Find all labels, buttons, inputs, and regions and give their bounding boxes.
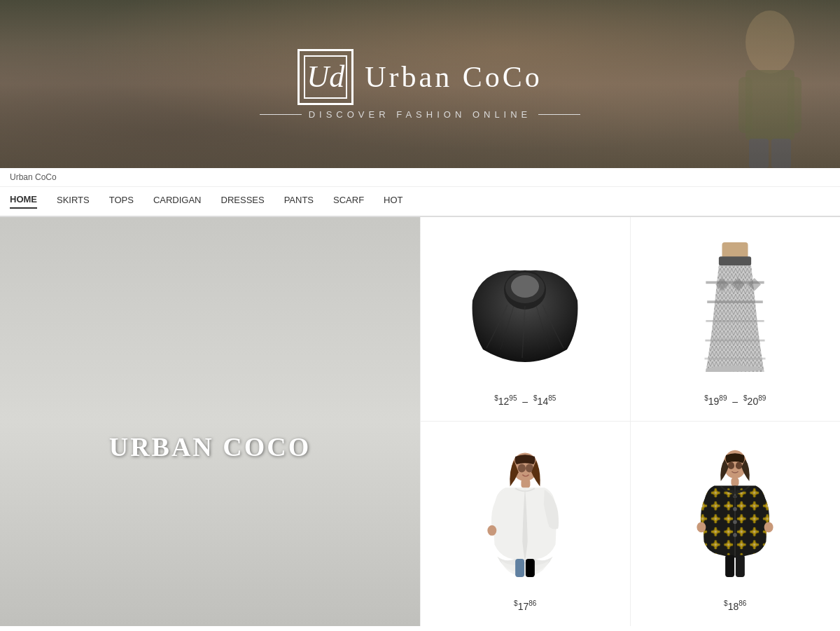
svg-rect-1 (746, 70, 794, 140)
nav-item-cardigan[interactable]: CARDIGAN (153, 195, 202, 208)
product-cell-4[interactable]: $1886 (631, 422, 841, 626)
svg-rect-3 (788, 77, 802, 133)
floral-cardigan-image (693, 448, 777, 577)
product-price-2: $1989 – $2089 (704, 394, 766, 407)
svg-rect-32 (515, 559, 524, 577)
svg-rect-30 (522, 478, 531, 488)
product-cell-1[interactable]: $1295 – $1485 (421, 217, 631, 422)
svg-rect-24 (706, 320, 764, 322)
svg-point-31 (488, 525, 497, 536)
svg-rect-2 (738, 77, 752, 133)
hero-content: Ud Urban CoCo DISCOVER FASHION ONLINE (260, 49, 581, 120)
svg-rect-5 (771, 139, 791, 168)
svg-rect-21 (719, 257, 751, 266)
product-image-2 (636, 228, 835, 386)
nav-item-home[interactable]: HOME (10, 194, 37, 209)
nav-item-hot[interactable]: HOT (384, 195, 402, 208)
product-grid: $1295 – $1485 (420, 217, 840, 626)
svg-rect-43 (732, 477, 739, 486)
nav-item-dresses[interactable]: DRESSES (221, 195, 265, 208)
logo-block: Ud Urban CoCo (298, 49, 542, 105)
hero-product[interactable]: URBAN COCO (0, 217, 420, 626)
product-image-1 (426, 228, 624, 386)
logo-icon: Ud (298, 49, 354, 105)
product-price-4: $1886 (724, 599, 746, 612)
nav-item-scarf[interactable]: SCARF (333, 195, 364, 208)
breadcrumb: Urban CoCo (0, 168, 840, 187)
product-price-1: $1295 – $1485 (494, 394, 556, 407)
nav-item-skirts[interactable]: SKIRTS (57, 195, 90, 208)
main-content: URBAN COCO (0, 217, 840, 626)
svg-point-41 (728, 462, 734, 469)
svg-point-49 (697, 522, 706, 532)
white-cardigan-image (479, 448, 570, 577)
main-nav: HOME SKIRTS TOPS CARDIGAN DRESSES PANTS … (0, 187, 840, 217)
product-image-3 (426, 433, 624, 591)
svg-point-47 (733, 520, 737, 524)
hero-brand-overlay: URBAN COCO (109, 431, 312, 462)
svg-point-29 (526, 464, 533, 472)
product-cell-2[interactable]: $1989 – $2089 (631, 217, 841, 422)
svg-point-42 (736, 462, 742, 469)
svg-point-28 (518, 464, 526, 472)
svg-rect-33 (526, 559, 535, 577)
logo-letter: Ud (307, 62, 344, 92)
svg-rect-26 (705, 358, 766, 360)
nav-item-pants[interactable]: PANTS (284, 195, 314, 208)
tagline: DISCOVER FASHION ONLINE (260, 109, 581, 120)
svg-point-48 (733, 533, 737, 537)
svg-rect-23 (707, 300, 763, 303)
svg-rect-4 (749, 139, 769, 168)
product-price-3: $1786 (514, 599, 536, 612)
product-cell-3[interactable]: $1786 (421, 422, 631, 626)
svg-rect-20 (722, 242, 748, 258)
nav-item-tops[interactable]: TOPS (109, 195, 134, 208)
svg-point-46 (733, 507, 737, 511)
svg-point-50 (764, 522, 774, 532)
svg-point-0 (746, 11, 794, 74)
hero-banner: Ud Urban CoCo DISCOVER FASHION ONLINE (0, 0, 840, 168)
maxi-skirt-image (700, 242, 770, 372)
brand-name: Urban CoCo (365, 60, 542, 94)
svg-rect-51 (725, 555, 734, 576)
svg-point-19 (511, 275, 539, 298)
circle-skirt-image (469, 251, 581, 363)
svg-rect-25 (706, 340, 765, 342)
product-image-4 (636, 433, 835, 591)
svg-rect-52 (736, 555, 745, 576)
